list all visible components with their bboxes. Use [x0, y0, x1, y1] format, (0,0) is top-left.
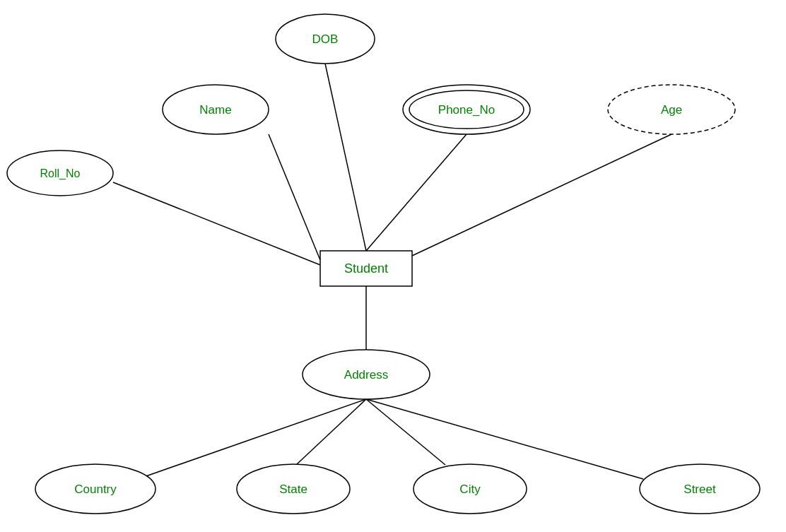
attr-address-label: Address [344, 368, 388, 382]
attr-country-label: Country [74, 483, 117, 496]
attr-age-label: Age [661, 103, 682, 117]
line-student-phone [366, 134, 467, 251]
attr-street-label: Street [684, 483, 716, 496]
line-address-street [366, 399, 643, 479]
attr-state-label: State [279, 483, 307, 496]
line-student-dob [325, 64, 366, 251]
line-address-state [297, 399, 366, 464]
line-student-rollno [113, 182, 320, 265]
line-student-name [269, 134, 320, 260]
attr-dob-label: DOB [312, 32, 339, 46]
attr-name-label: Name [199, 103, 231, 117]
line-address-city [366, 399, 445, 465]
entity-student-label: Student [344, 261, 388, 276]
attr-city-label: City [459, 483, 481, 496]
attr-rollno-label: Roll_No [40, 167, 81, 180]
line-address-country [138, 399, 366, 479]
attr-phone-label: Phone_No [438, 103, 495, 117]
